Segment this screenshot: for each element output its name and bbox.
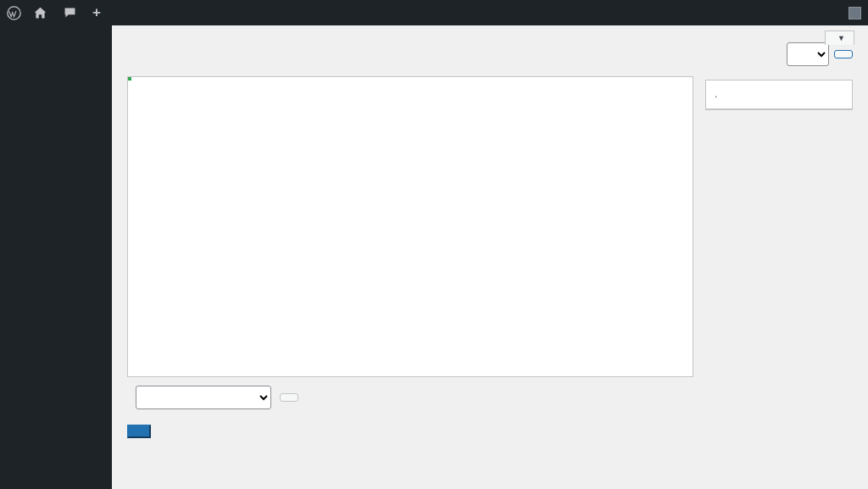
code-editor[interactable] — [127, 76, 693, 377]
files-list — [705, 109, 853, 110]
avatar — [849, 7, 861, 19]
site-home-link[interactable] — [33, 6, 51, 20]
chevron-down-icon: ▼ — [837, 34, 845, 42]
user-menu[interactable] — [843, 7, 861, 19]
update-file-button[interactable] — [127, 425, 151, 438]
admin-toolbar: + — [0, 0, 868, 25]
highlight-box — [128, 77, 131, 81]
wp-logo[interactable] — [7, 6, 21, 20]
doc-select[interactable] — [136, 386, 271, 409]
new-link[interactable]: + — [92, 4, 104, 21]
lookup-button[interactable] — [280, 393, 298, 402]
theme-select[interactable] — [787, 42, 829, 66]
plus-icon: + — [92, 4, 101, 21]
main-content: ▼ — [112, 25, 868, 489]
select-button[interactable] — [834, 50, 853, 58]
theme-files-desc: . — [705, 80, 853, 109]
comments-link[interactable] — [63, 6, 81, 20]
admin-sidebar — [0, 25, 112, 489]
help-tab[interactable]: ▼ — [825, 31, 854, 45]
